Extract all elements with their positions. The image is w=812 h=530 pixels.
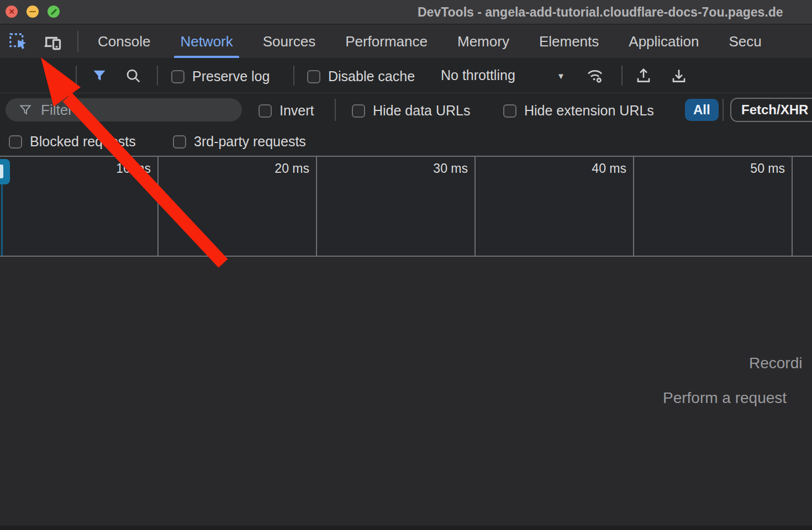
third-party-requests-toggle[interactable]: 3rd-party requests	[173, 134, 306, 150]
divider	[621, 66, 623, 86]
inspect-cursor-icon	[9, 33, 28, 51]
preserve-log-checkbox[interactable]	[171, 70, 184, 83]
hide-extension-urls-label[interactable]: Hide extension URLs	[524, 103, 654, 119]
filter-input[interactable]	[41, 102, 207, 119]
hide-data-urls-toggle[interactable]: Hide data URLs	[352, 103, 470, 119]
request-type-fetch-xhr-button[interactable]: Fetch/XHR	[730, 98, 812, 122]
zoom-icon	[50, 8, 56, 14]
timeline-left-marker	[1, 184, 3, 256]
search-icon	[125, 67, 141, 84]
timeline-tick: 20 ms	[275, 161, 309, 176]
funnel-outline-icon	[19, 103, 32, 116]
inspect-element-button[interactable]	[8, 31, 29, 52]
preserve-log-toggle[interactable]: Preserve log	[171, 68, 270, 84]
network-toolbar: Preserve log Disable cache No throttling…	[0, 58, 812, 93]
divider	[723, 99, 724, 121]
blocked-requests-checkbox[interactable]	[9, 135, 22, 149]
timeline-handle	[0, 159, 10, 184]
network-conditions-button[interactable]	[584, 65, 605, 86]
window-bottom-edge	[0, 526, 812, 530]
tab-security[interactable]: Secu	[714, 25, 777, 58]
divider	[157, 66, 158, 86]
timeline-tick: 50 ms	[750, 161, 785, 176]
divider	[335, 99, 336, 121]
window-title: DevTools - angela-add-tutorial.cloudflar…	[418, 5, 783, 20]
tab-elements[interactable]: Elements	[524, 25, 614, 58]
tab-sources[interactable]: Sources	[248, 25, 330, 58]
gridline	[157, 157, 159, 256]
tab-network[interactable]: Network	[165, 25, 247, 58]
hide-extension-urls-toggle[interactable]: Hide extension URLs	[503, 103, 654, 119]
search-button[interactable]	[123, 65, 144, 86]
gridline	[474, 157, 476, 256]
gridline	[792, 157, 793, 256]
invert-label[interactable]: Invert	[280, 103, 314, 119]
hide-extension-urls-checkbox[interactable]	[503, 104, 516, 118]
close-icon: ✕	[8, 8, 15, 15]
gridline	[633, 157, 634, 256]
device-toolbar-icon	[43, 32, 62, 52]
tab-console[interactable]: Console	[83, 25, 165, 58]
import-har-button[interactable]	[633, 65, 654, 86]
download-icon	[670, 67, 688, 84]
tab-application[interactable]: Application	[614, 25, 714, 58]
filter-toggle-button[interactable]	[89, 65, 110, 86]
disable-cache-toggle[interactable]: Disable cache	[307, 68, 415, 84]
network-overview-timeline[interactable]: 10 ms 20 ms 30 ms 40 ms 50 ms	[0, 156, 812, 257]
blocked-requests-toggle[interactable]: Blocked requests	[9, 134, 136, 150]
blocked-requests-label[interactable]: Blocked requests	[30, 134, 136, 150]
panel-tabs: Console Network Sources Performance Memo…	[83, 25, 777, 58]
divider	[76, 66, 77, 86]
devtools-tabbar: Console Network Sources Performance Memo…	[0, 25, 812, 58]
disable-cache-checkbox[interactable]	[307, 70, 320, 83]
export-har-button[interactable]	[668, 65, 689, 86]
empty-state-line2: Perform a request	[663, 389, 787, 407]
minimize-icon	[29, 11, 36, 13]
throttling-select[interactable]: No throttling	[441, 67, 515, 83]
zoom-window-button[interactable]	[48, 6, 60, 18]
gridline	[316, 157, 317, 256]
invert-checkbox[interactable]	[259, 104, 272, 118]
timeline-tick: 30 ms	[433, 161, 468, 176]
disable-cache-label[interactable]: Disable cache	[328, 68, 415, 84]
timeline-tick: 10 ms	[116, 161, 151, 176]
more-filters-row: Blocked requests 3rd-party requests	[0, 126, 812, 156]
third-party-requests-checkbox[interactable]	[173, 135, 186, 149]
upload-icon	[635, 67, 652, 84]
filter-field[interactable]	[6, 98, 242, 121]
wifi-gear-icon	[586, 66, 604, 85]
throttling-value: No throttling	[441, 67, 515, 83]
invert-toggle[interactable]: Invert	[259, 103, 314, 119]
toggle-device-toolbar-button[interactable]	[42, 31, 63, 52]
window-titlebar: ✕ DevTools - angela-add-tutorial.cloudfl…	[0, 0, 812, 24]
caret-down-icon[interactable]: ▼	[557, 71, 565, 81]
close-window-button[interactable]: ✕	[6, 6, 18, 18]
timeline-handle-inner	[0, 165, 3, 178]
tab-memory[interactable]: Memory	[442, 25, 524, 58]
request-list-empty-area: Recordi Perform a request	[0, 258, 812, 526]
minimize-window-button[interactable]	[27, 6, 39, 18]
divider	[77, 31, 78, 52]
empty-state-line1: Recordi	[749, 354, 802, 372]
preserve-log-label[interactable]: Preserve log	[192, 68, 270, 84]
hide-data-urls-label[interactable]: Hide data URLs	[373, 103, 470, 119]
request-type-all-button[interactable]: All	[685, 99, 719, 121]
divider	[293, 66, 294, 86]
timeline-tick: 40 ms	[592, 161, 626, 176]
tab-performance[interactable]: Performance	[330, 25, 442, 58]
funnel-icon	[92, 68, 107, 83]
network-filter-row: Invert Hide data URLs Hide extension URL…	[0, 93, 812, 126]
hide-data-urls-checkbox[interactable]	[352, 104, 365, 118]
third-party-requests-label[interactable]: 3rd-party requests	[194, 134, 306, 150]
